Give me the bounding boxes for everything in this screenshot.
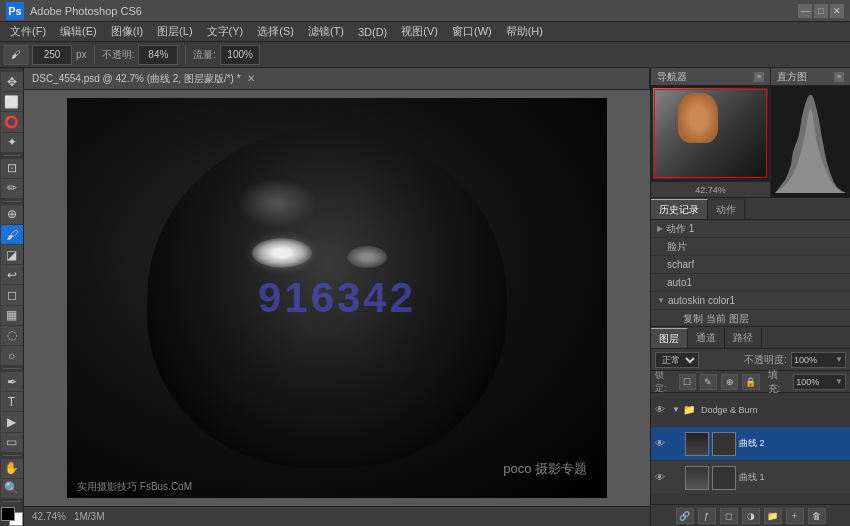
new-layer-button[interactable]: + — [786, 508, 804, 524]
histogram-title: 直方图 — [777, 70, 807, 84]
tab-history[interactable]: 历史记录 — [651, 199, 708, 219]
add-style-button[interactable]: ƒ — [698, 508, 716, 524]
opacity-input[interactable]: 100% ▼ — [791, 352, 846, 368]
history-item[interactable]: auto1 — [651, 274, 850, 292]
menu-item-选择(S)[interactable]: 选择(S) — [251, 22, 300, 41]
lock-image-button[interactable]: ✎ — [700, 374, 717, 390]
layer-group-arrow-icon[interactable]: ▼ — [672, 405, 680, 414]
flow-label: 流量: — [193, 48, 216, 62]
layer-visibility-icon[interactable]: 👁 — [655, 472, 669, 484]
move-tool[interactable]: ✥ — [1, 72, 23, 91]
navigator-preview[interactable] — [651, 86, 770, 181]
canvas-content[interactable]: 916342 poco 摄影专题 实用摄影技巧 FsBus.CoM — [24, 90, 650, 506]
layer-visibility-icon[interactable]: 👁 — [655, 438, 669, 450]
menubar: 文件(F)编辑(E)图像(I)图层(L)文字(Y)选择(S)滤镜(T)3D(D)… — [0, 22, 850, 42]
tab-paths[interactable]: 路径 — [725, 328, 762, 348]
tool-separator-1 — [3, 155, 21, 156]
brush-tool[interactable]: 🖌 — [1, 225, 23, 244]
minimize-button[interactable]: — — [798, 4, 812, 18]
layer-item[interactable]: 👁▼📁frequency separation — [651, 495, 850, 504]
layers-options-bar2: 锁定: ☐ ✎ ⊕ 🔒 填充: 100% ▼ — [651, 371, 850, 393]
history-item[interactable]: ▼autoskin color1 — [651, 292, 850, 310]
lock-all-button[interactable]: 🔒 — [742, 374, 759, 390]
maximize-button[interactable]: □ — [814, 4, 828, 18]
color-swatches[interactable] — [1, 507, 23, 526]
delete-layer-button[interactable]: 🗑 — [808, 508, 826, 524]
navigator-menu-icon[interactable]: ≡ — [754, 72, 764, 82]
brush-preset-button[interactable]: 🖌 — [4, 45, 28, 65]
text-tool[interactable]: T — [1, 392, 23, 411]
opacity-value: 100% — [794, 355, 817, 365]
history-item[interactable]: scharf — [651, 256, 850, 274]
lasso-tool[interactable]: ⭕ — [1, 112, 23, 131]
histogram-menu-icon[interactable]: ≡ — [834, 72, 844, 82]
menu-item-帮助(H)[interactable]: 帮助(H) — [500, 22, 549, 41]
menu-item-视图(V)[interactable]: 视图(V) — [395, 22, 444, 41]
title-text: Adobe Photoshop CS6 — [30, 5, 798, 17]
menu-item-3D(D)[interactable]: 3D(D) — [352, 22, 393, 41]
tab-layers[interactable]: 图层 — [651, 328, 688, 348]
layer-visibility-icon[interactable]: 👁 — [655, 404, 669, 416]
tab-actions[interactable]: 动作 — [708, 199, 745, 219]
gradient-tool[interactable]: ▦ — [1, 306, 23, 325]
menu-item-文字(Y)[interactable]: 文字(Y) — [201, 22, 250, 41]
path-selection-tool[interactable]: ▶ — [1, 412, 23, 431]
menu-item-编辑(E)[interactable]: 编辑(E) — [54, 22, 103, 41]
separator-2 — [185, 46, 186, 64]
healing-tool[interactable]: ⊕ — [1, 205, 23, 224]
canvas-statusbar-zoom: 42.74% — [32, 511, 66, 522]
navigator-zoom-value: 42.74% — [695, 185, 726, 195]
menu-item-文件(F)[interactable]: 文件(F) — [4, 22, 52, 41]
eraser-tool[interactable]: ◻ — [1, 285, 23, 304]
dodge-tool[interactable]: ○ — [1, 346, 23, 365]
hand-tool[interactable]: ✋ — [1, 459, 23, 478]
canvas-image[interactable]: 916342 poco 摄影专题 实用摄影技巧 FsBus.CoM — [67, 98, 607, 498]
pen-tool[interactable]: ✒ — [1, 372, 23, 391]
close-button[interactable]: ✕ — [830, 4, 844, 18]
blend-mode-select[interactable]: 正常 — [655, 352, 699, 368]
lock-position-button[interactable]: ⊕ — [721, 374, 738, 390]
layer-item[interactable]: 👁曲线 1 — [651, 461, 850, 495]
separator-1 — [94, 46, 95, 64]
add-mask-button[interactable]: ◻ — [720, 508, 738, 524]
lock-transparent-button[interactable]: ☐ — [679, 374, 696, 390]
menu-item-图像(I)[interactable]: 图像(I) — [105, 22, 149, 41]
history-item[interactable]: 复制 当前 图层 — [651, 310, 850, 326]
navigator-person — [678, 93, 718, 143]
layer-thumbnail — [685, 466, 709, 490]
new-adjustment-button[interactable]: ◑ — [742, 508, 760, 524]
zoom-tool[interactable]: 🔍 — [1, 479, 23, 498]
menu-item-窗口(W)[interactable]: 窗口(W) — [446, 22, 498, 41]
opacity-input[interactable] — [138, 45, 178, 65]
brush-size-input[interactable] — [32, 45, 72, 65]
new-group-button[interactable]: 📁 — [764, 508, 782, 524]
layer-folder-icon: 📁 — [683, 404, 695, 415]
navigator-header: 导航器 ≡ — [651, 68, 770, 86]
tab-channels[interactable]: 通道 — [688, 328, 725, 348]
menu-item-滤镜(T)[interactable]: 滤镜(T) — [302, 22, 350, 41]
link-layers-button[interactable]: 🔗 — [676, 508, 694, 524]
layers-toolbar: 🔗 ƒ ◻ ◑ 📁 + 🗑 — [651, 504, 850, 526]
history-content[interactable]: ▶动作 1脸片scharfauto1▼autoskin color1复制 当前 … — [651, 220, 850, 326]
crop-tool[interactable]: ⊡ — [1, 159, 23, 178]
blur-tool[interactable]: ◌ — [1, 326, 23, 345]
layer-item[interactable]: 👁曲线 2 — [651, 427, 850, 461]
marquee-tool[interactable]: ⬜ — [1, 92, 23, 111]
layer-item[interactable]: 👁▼📁Dodge & Burn — [651, 393, 850, 427]
shape-tool[interactable]: ▭ — [1, 433, 23, 452]
eyedropper-tool[interactable]: ✏ — [1, 179, 23, 198]
canvas-tab-close[interactable]: ✕ — [247, 73, 255, 84]
history-brush-tool[interactable]: ↩ — [1, 265, 23, 284]
history-item[interactable]: ▶动作 1 — [651, 220, 850, 238]
foreground-color[interactable] — [1, 507, 15, 521]
flow-input[interactable] — [220, 45, 260, 65]
fill-input[interactable]: 100% ▼ — [793, 374, 846, 390]
history-item[interactable]: 脸片 — [651, 238, 850, 256]
layers-content[interactable]: 👁▼📁Dodge & Burn👁曲线 2👁曲线 1👁▼📁frequency se… — [651, 393, 850, 504]
clone-stamp-tool[interactable]: ◪ — [1, 245, 23, 264]
layer-mask-thumbnail — [712, 466, 736, 490]
magic-wand-tool[interactable]: ✦ — [1, 133, 23, 152]
menu-item-图层(L)[interactable]: 图层(L) — [151, 22, 198, 41]
history-panel: ▶动作 1脸片scharfauto1▼autoskin color1复制 当前 … — [651, 220, 850, 326]
canvas-tab[interactable]: DSC_4554.psd @ 42.7% (曲线 2, 图层蒙版/*) * ✕ — [24, 68, 650, 90]
